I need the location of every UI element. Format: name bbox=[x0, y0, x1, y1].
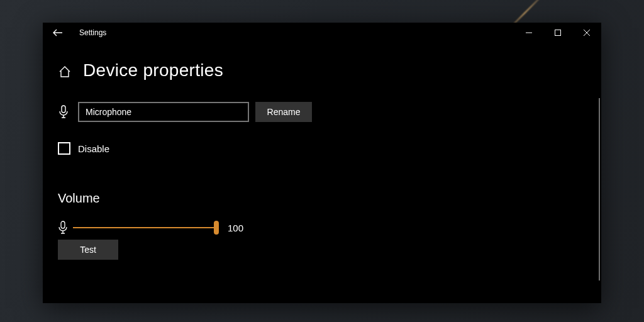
scrollbar[interactable] bbox=[599, 98, 600, 280]
svg-rect-2 bbox=[61, 221, 65, 228]
disable-label: Disable bbox=[78, 143, 109, 154]
volume-row: 100 bbox=[58, 221, 586, 235]
microphone-icon bbox=[58, 221, 68, 235]
home-icon[interactable] bbox=[58, 65, 72, 79]
titlebar: Settings bbox=[43, 23, 601, 43]
window-controls bbox=[514, 23, 601, 43]
disable-checkbox[interactable] bbox=[58, 142, 70, 155]
minimize-button[interactable] bbox=[514, 23, 543, 43]
page-title: Device properties bbox=[83, 60, 223, 80]
settings-window: Settings Device properties bbox=[43, 23, 601, 303]
disable-row: Disable bbox=[58, 142, 586, 155]
page-header: Device properties bbox=[58, 60, 586, 80]
svg-rect-1 bbox=[62, 106, 65, 113]
volume-slider-thumb[interactable] bbox=[214, 221, 219, 235]
close-button[interactable] bbox=[572, 23, 601, 43]
device-name-input[interactable] bbox=[78, 102, 249, 122]
volume-section-title: Volume bbox=[58, 191, 586, 206]
app-title: Settings bbox=[79, 28, 106, 37]
device-name-row: Rename bbox=[58, 102, 586, 122]
volume-slider[interactable] bbox=[73, 227, 216, 228]
svg-rect-0 bbox=[555, 30, 561, 36]
volume-value: 100 bbox=[228, 223, 243, 233]
back-button[interactable] bbox=[52, 26, 64, 39]
rename-button[interactable]: Rename bbox=[255, 102, 312, 122]
test-button[interactable]: Test bbox=[58, 240, 118, 260]
maximize-button[interactable] bbox=[543, 23, 572, 43]
microphone-icon bbox=[58, 105, 69, 119]
content-area: Device properties Rename Disable Volume bbox=[43, 43, 601, 303]
